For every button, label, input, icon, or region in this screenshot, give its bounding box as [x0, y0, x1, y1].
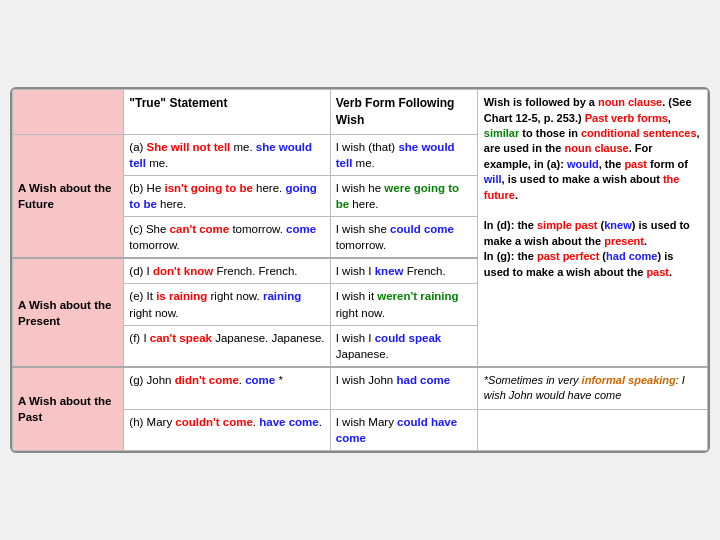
table-row-past-g: A Wish about thePast (g) John didn't com…: [13, 367, 708, 409]
verb-form-b: I wish he were going to be here.: [330, 175, 477, 216]
table-header-row: "True" Statement Verb Form Following Wis…: [13, 90, 708, 135]
verb-form-e: I wish it weren't raining right now.: [330, 284, 477, 325]
wish-past-label: A Wish about thePast: [13, 367, 124, 450]
true-statement-e: (e) It is raining right now. raining rig…: [124, 284, 330, 325]
verb-form-g: I wish John had come: [330, 367, 477, 409]
true-statement-f: (f) I can't speak Japanese. Japanese.: [124, 325, 330, 367]
note-past-text: *Sometimes in very informal speaking: I …: [484, 374, 685, 401]
true-statement-c: (c) She can't come tomorrow. come tomorr…: [124, 217, 330, 259]
note-text: Wish is followed by a noun clause. (See …: [484, 96, 700, 277]
header-col3: Verb Form Following Wish: [330, 90, 477, 135]
note-column: Wish is followed by a noun clause. (See …: [477, 90, 707, 367]
true-statement-g: (g) John didn't come. come *: [124, 367, 330, 409]
verb-form-f: I wish I could speak Japanese.: [330, 325, 477, 367]
wish-present-label: A Wish about thePresent: [13, 258, 124, 366]
true-statement-h: (h) Mary couldn't come. have come.: [124, 409, 330, 450]
true-statement-d: (d) I don't know French. French.: [124, 258, 330, 284]
verb-form-a: I wish (that) she would tell me.: [330, 134, 477, 175]
header-col2: "True" Statement: [124, 90, 330, 135]
wish-future-label: A Wish about theFuture: [13, 134, 124, 258]
header-col1: [13, 90, 124, 135]
true-statement-b: (b) He isn't going to be here. going to …: [124, 175, 330, 216]
verb-form-c: I wish she could come tomorrow.: [330, 217, 477, 259]
note-past-h: [477, 409, 707, 450]
note-past-g: *Sometimes in very informal speaking: I …: [477, 367, 707, 409]
main-table-container: "True" Statement Verb Form Following Wis…: [10, 87, 710, 453]
true-statement-a: (a) She will not tell me. she would tell…: [124, 134, 330, 175]
verb-form-d: I wish I knew French.: [330, 258, 477, 284]
verb-form-h: I wish Mary could have come: [330, 409, 477, 450]
